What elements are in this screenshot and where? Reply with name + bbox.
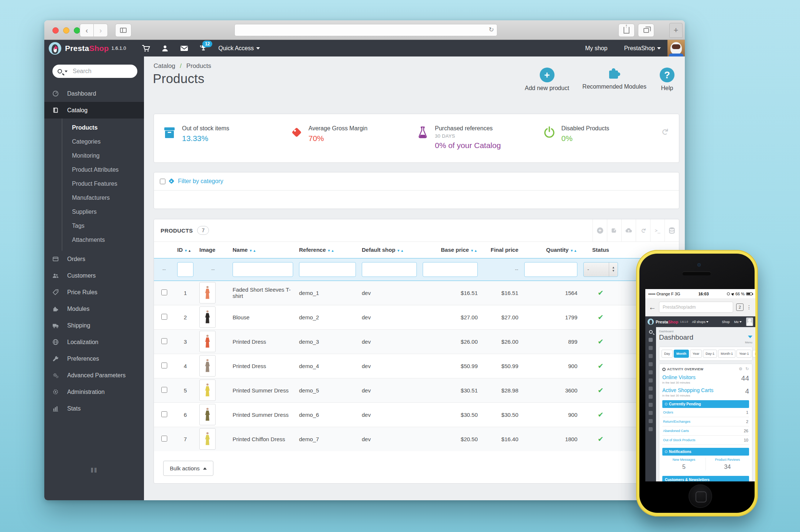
table-row[interactable]: 4 Printed Dress demo_4 dev $50.99 $50.99… <box>154 354 680 378</box>
sidebar-subitem-product-attributes[interactable]: Product Attributes <box>44 163 144 177</box>
name-filter-input[interactable] <box>233 262 293 277</box>
sort-icons[interactable]: ▼▲ <box>249 249 257 253</box>
employee-menu[interactable] <box>155 44 175 52</box>
minimize-window-button[interactable] <box>63 27 69 34</box>
quantity-filter-input[interactable] <box>524 262 577 277</box>
sidebar-item-localization[interactable]: Localization <box>44 334 144 350</box>
phone-url-field[interactable]: PrestaShop/adm <box>659 302 733 313</box>
sidebar-item-advanced-parameters[interactable]: Advanced Parameters <box>44 367 144 384</box>
user-avatar[interactable] <box>667 40 685 56</box>
sort-icons[interactable]: ▼▲ <box>470 249 478 253</box>
table-row[interactable]: 7 Printed Chiffon Dress demo_7 dev $20.5… <box>154 427 680 451</box>
table-row[interactable]: 3 Printed Dress demo_3 dev $26.00 $26.00… <box>154 329 680 354</box>
range-month-1[interactable]: Month-1 <box>718 350 735 358</box>
sidebar-item-customers[interactable]: Customers <box>44 267 144 284</box>
dashboard-icon[interactable] <box>649 338 653 342</box>
sidebar-search[interactable] <box>52 65 137 78</box>
orders-icon[interactable] <box>649 354 653 358</box>
bulk-actions-button[interactable]: Bulk actions <box>163 461 213 476</box>
help-button[interactable]: ? Help <box>660 68 674 92</box>
sort-icons[interactable]: ▼▲ <box>570 249 577 253</box>
column-quantity[interactable]: Quantity▼▲ <box>521 242 580 258</box>
breadcrumb-catalog[interactable]: Catalog <box>154 62 175 69</box>
add-new-product-button[interactable]: + Add new product <box>525 68 569 92</box>
sort-icons[interactable]: ▼▲ <box>184 249 192 253</box>
base-price-filter-input[interactable] <box>423 262 478 277</box>
export-button[interactable] <box>607 219 621 241</box>
home-button[interactable] <box>689 484 712 508</box>
pending-row[interactable]: Abandoned Carts26 <box>662 426 749 436</box>
sidebar-subitem-categories[interactable]: Categories <box>44 135 144 149</box>
back-arrow-icon[interactable]: ← <box>649 303 656 312</box>
sidebar-subitem-tags[interactable]: Tags <box>44 219 144 233</box>
reload-icon[interactable]: ↻ <box>489 26 494 34</box>
browser-back-button[interactable]: ‹ <box>80 24 94 37</box>
sidebar-item-orders[interactable]: Orders <box>44 251 144 267</box>
modules-icon[interactable] <box>649 378 653 382</box>
filter-category-checkbox[interactable] <box>160 179 165 184</box>
new-tab-button[interactable]: + <box>669 23 683 38</box>
export-sql-manager-button[interactable] <box>665 219 679 241</box>
calendar-picker-button[interactable]: ▦▾ <box>752 350 755 357</box>
refresh-icon[interactable]: ↻ <box>745 367 749 371</box>
sidebar-item-modules[interactable]: Modules <box>44 301 144 317</box>
sidebar-subitem-monitoring[interactable]: Monitoring <box>44 149 144 163</box>
my-shop-link[interactable]: My shop <box>585 45 607 52</box>
cart-menu[interactable] <box>136 44 155 53</box>
browser-sidebar-button[interactable] <box>115 24 131 37</box>
table-row[interactable]: 2 Blouse demo_2 dev $27.00 $27.00 1799 ✔ <box>154 305 680 329</box>
phone-tabs-button[interactable]: 2 <box>736 303 744 311</box>
sort-icons[interactable]: ▼▲ <box>327 249 335 253</box>
row-checkbox[interactable] <box>161 436 167 442</box>
range-year-1[interactable]: Year-1 <box>737 350 751 358</box>
show-sql-query-button[interactable]: >_ <box>650 219 665 241</box>
sidebar-item-shipping[interactable]: Shipping <box>44 317 144 334</box>
sidebar-item-dashboard[interactable]: Dashboard <box>44 85 144 102</box>
browser-tabs-button[interactable] <box>638 24 654 37</box>
stats-icon[interactable] <box>649 427 653 431</box>
localization-icon[interactable] <box>649 395 653 399</box>
search-icon[interactable] <box>649 330 653 334</box>
gear-icon[interactable]: ⚙ <box>739 367 742 371</box>
row-checkbox[interactable] <box>161 289 167 295</box>
status-enabled-icon[interactable]: ✔ <box>598 289 604 297</box>
import-button[interactable] <box>621 219 636 241</box>
status-enabled-icon[interactable]: ✔ <box>598 362 604 370</box>
row-checkbox[interactable] <box>161 338 167 344</box>
user-avatar[interactable] <box>746 318 753 326</box>
sidebar-subitem-manufacturers[interactable]: Manufacturers <box>44 191 144 205</box>
sort-icons[interactable]: ▼▲ <box>397 249 404 253</box>
browser-share-button[interactable] <box>618 24 635 37</box>
status-filter-select[interactable]: -▲▼ <box>583 262 618 277</box>
quick-access-menu[interactable]: Quick Access <box>218 45 260 52</box>
status-enabled-icon[interactable]: ✔ <box>598 411 604 419</box>
search-input[interactable] <box>73 68 128 75</box>
kpi-refresh-icon[interactable]: ↻ <box>660 128 670 135</box>
sidebar-subitem-product-features[interactable]: Product Features <box>44 177 144 191</box>
row-checkbox[interactable] <box>161 387 167 393</box>
sidebar-collapse-handle[interactable]: ‖‖ <box>44 467 144 474</box>
url-field[interactable]: ↻ <box>234 24 497 36</box>
reference-filter-input[interactable] <box>299 262 356 277</box>
overflow-menu-icon[interactable]: ⋮ <box>746 304 752 310</box>
column-base-price[interactable]: Base price▼▲ <box>420 242 481 258</box>
filter-by-category-link[interactable]: Filter by category <box>178 178 223 185</box>
status-enabled-icon[interactable]: ✔ <box>598 338 604 346</box>
catalog-icon[interactable] <box>649 346 653 350</box>
table-row[interactable]: 5 Printed Summer Dress demo_5 dev $30.51… <box>154 378 680 402</box>
search-scope-caret-icon[interactable] <box>65 71 68 72</box>
stepper-icons[interactable]: ▲▼ <box>609 262 618 277</box>
range-month[interactable]: Month <box>674 350 689 358</box>
administration-icon[interactable] <box>649 419 653 423</box>
sidebar-subitem-products[interactable]: Products <box>44 121 144 135</box>
column-default-shop[interactable]: Default shop▼▲ <box>359 242 420 258</box>
sidebar-item-stats[interactable]: Stats <box>44 400 144 417</box>
sidebar-subitem-suppliers[interactable]: Suppliers <box>44 205 144 219</box>
close-window-button[interactable] <box>52 27 59 34</box>
pending-row[interactable]: Out of Stock Products10 <box>662 436 749 445</box>
row-checkbox[interactable] <box>161 411 167 417</box>
table-row[interactable]: 1 Faded Short Sleeves T-shirt demo_1 dev… <box>154 281 680 305</box>
shop-selector[interactable]: PrestaShop <box>624 45 661 52</box>
recommended-modules-button[interactable]: Recommended Modules <box>583 68 646 92</box>
column-name[interactable]: Name▼▲ <box>230 242 296 258</box>
